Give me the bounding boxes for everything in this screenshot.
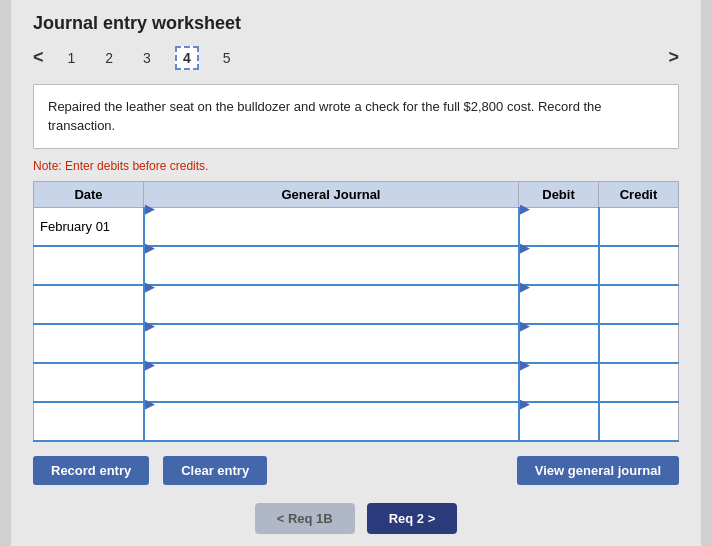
pagination: < 1 2 3 4 5 > bbox=[33, 46, 679, 70]
journal-cell-1[interactable]: ▶ bbox=[144, 207, 519, 246]
description-box: Repaired the leather seat on the bulldoz… bbox=[33, 84, 679, 149]
bottom-nav: < Req 1B Req 2 > bbox=[33, 503, 679, 534]
credit-cell-3[interactable] bbox=[599, 285, 679, 324]
journal-input-4[interactable] bbox=[145, 334, 518, 371]
date-cell-6 bbox=[34, 402, 144, 441]
credit-input-1[interactable] bbox=[600, 208, 679, 245]
page-5[interactable]: 5 bbox=[217, 48, 237, 68]
journal-input-2[interactable] bbox=[145, 256, 518, 293]
journal-input-5[interactable] bbox=[145, 373, 518, 410]
req2-button[interactable]: Req 2 > bbox=[367, 503, 458, 534]
journal-input-6[interactable] bbox=[145, 412, 518, 449]
actions-row: Record entry Clear entry View general jo… bbox=[33, 456, 679, 485]
credit-cell-1[interactable] bbox=[599, 207, 679, 246]
date-header: Date bbox=[34, 181, 144, 207]
req1b-button[interactable]: < Req 1B bbox=[255, 503, 355, 534]
page-3[interactable]: 3 bbox=[137, 48, 157, 68]
journal-table: Date General Journal Debit Credit Februa… bbox=[33, 181, 679, 442]
credit-cell-5[interactable] bbox=[599, 363, 679, 402]
credit-input-2[interactable] bbox=[600, 247, 679, 284]
next-page-button[interactable]: > bbox=[668, 47, 679, 68]
date-cell-5 bbox=[34, 363, 144, 402]
date-cell-4 bbox=[34, 324, 144, 363]
record-entry-button[interactable]: Record entry bbox=[33, 456, 149, 485]
date-cell-2 bbox=[34, 246, 144, 285]
credit-header: Credit bbox=[599, 181, 679, 207]
credit-cell-2[interactable] bbox=[599, 246, 679, 285]
credit-input-6[interactable] bbox=[600, 403, 679, 440]
credit-input-3[interactable] bbox=[600, 286, 679, 323]
view-general-journal-button[interactable]: View general journal bbox=[517, 456, 679, 485]
credit-input-5[interactable] bbox=[600, 364, 679, 401]
table-row: February 01 ▶ ▶ bbox=[34, 207, 679, 246]
credit-cell-6[interactable] bbox=[599, 402, 679, 441]
journal-input-1[interactable] bbox=[145, 217, 518, 254]
credit-input-4[interactable] bbox=[600, 325, 679, 362]
page-1[interactable]: 1 bbox=[62, 48, 82, 68]
date-cell-1: February 01 bbox=[34, 207, 144, 246]
page-4[interactable]: 4 bbox=[175, 46, 199, 70]
journal-header: General Journal bbox=[144, 181, 519, 207]
page-2[interactable]: 2 bbox=[99, 48, 119, 68]
clear-entry-button[interactable]: Clear entry bbox=[163, 456, 267, 485]
page-title: Journal entry worksheet bbox=[33, 13, 679, 34]
note-text: Note: Enter debits before credits. bbox=[33, 159, 679, 173]
journal-input-3[interactable] bbox=[145, 295, 518, 332]
prev-page-button[interactable]: < bbox=[33, 47, 44, 68]
date-cell-3 bbox=[34, 285, 144, 324]
credit-cell-4[interactable] bbox=[599, 324, 679, 363]
debit-input-6[interactable] bbox=[520, 412, 598, 449]
